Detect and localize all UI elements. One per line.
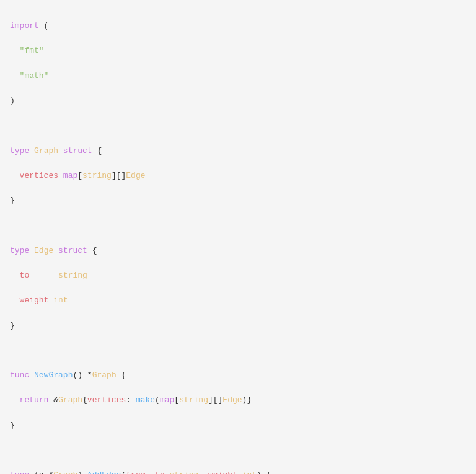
line-3: "math" — [10, 70, 466, 82]
code-editor: import ( "fmt" "math" ) type Graph struc… — [10, 7, 466, 474]
line-17: } — [10, 419, 466, 432]
line-5 — [10, 120, 466, 132]
line-10: type Edge struct { — [10, 245, 466, 257]
line-18 — [10, 444, 466, 457]
line-6: type Graph struct { — [10, 145, 466, 157]
line-16: return &Graph{vertices: make(map[string]… — [10, 394, 466, 406]
line-1: import ( — [10, 20, 466, 32]
line-9 — [10, 219, 466, 232]
line-4: ) — [10, 95, 466, 107]
line-8: } — [10, 195, 466, 207]
line-19: func (g *Graph) AddEdge(from, to string,… — [10, 469, 466, 474]
line-2: "fmt" — [10, 45, 466, 57]
line-11: to string — [10, 270, 466, 282]
line-12: weight int — [10, 294, 466, 307]
line-14 — [10, 345, 466, 357]
line-15: func NewGraph() *Graph { — [10, 369, 466, 382]
line-7: vertices map[string][]Edge — [10, 170, 466, 182]
line-13: } — [10, 320, 466, 332]
